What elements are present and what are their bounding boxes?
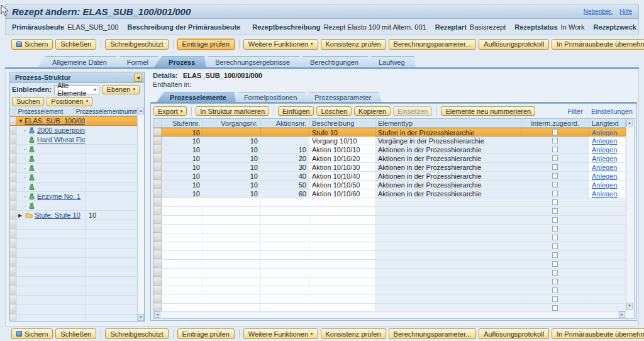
collapse-panel-button[interactable]: ◄ — [134, 74, 142, 82]
tree-item-link[interactable]: Enzyme No. 1 — [37, 192, 80, 201]
filter-link[interactable]: Filter — [567, 108, 582, 115]
empty-cell[interactable] — [261, 225, 309, 233]
anlegen-link[interactable]: Anlegen — [592, 129, 617, 136]
tab-berechtigungen[interactable]: Berechtigungen — [296, 56, 369, 67]
empty-cell[interactable] — [309, 216, 375, 224]
empty-cell[interactable] — [261, 295, 309, 303]
tree-cell-number[interactable] — [86, 230, 137, 238]
empty-cell[interactable] — [375, 242, 521, 250]
interm-checkbox[interactable] — [552, 288, 558, 293]
elemente-neu-nummerieren-button[interactable]: Elemente neu nummerieren — [441, 106, 535, 116]
tree-cell-number[interactable] — [86, 239, 137, 248]
empty-cell[interactable] — [375, 269, 521, 277]
cell-aktionsnr[interactable]: 30 — [261, 163, 309, 171]
empty-cell[interactable] — [521, 225, 589, 233]
empty-cell[interactable] — [589, 260, 626, 268]
tree-cell-number[interactable] — [86, 201, 137, 210]
empty-cell[interactable] — [521, 251, 589, 259]
cell-stufennr[interactable]: 10 — [162, 137, 203, 145]
empty-cell[interactable] — [309, 269, 375, 277]
cell-langtext[interactable]: Anlegen — [589, 189, 626, 198]
interm-checkbox[interactable] — [552, 191, 558, 196]
tree-cell-number[interactable] — [86, 145, 137, 154]
row-selector[interactable] — [153, 225, 162, 233]
row-selector[interactable] — [10, 277, 16, 286]
empty-cell[interactable] — [203, 198, 261, 206]
empty-cell[interactable] — [162, 242, 203, 250]
hilfe-link[interactable]: Hilfe — [619, 8, 632, 15]
interm-checkbox[interactable] — [552, 270, 558, 276]
empty-cell[interactable] — [589, 277, 626, 286]
weitere-funktionen-button[interactable]: Weitere Funktionen▾ — [243, 328, 318, 339]
einblenden-select[interactable]: Alle Elemente ▼ — [54, 85, 99, 94]
empty-cell[interactable] — [521, 216, 589, 224]
empty-cell[interactable] — [261, 233, 309, 242]
nebenber-link[interactable]: Nebenber. — [584, 8, 613, 15]
empty-cell[interactable] — [375, 260, 521, 268]
cell-beschreibung[interactable]: Aktion 10/10/30 — [309, 163, 375, 171]
row-selector[interactable] — [10, 258, 16, 267]
empty-cell[interactable] — [162, 216, 203, 224]
empty-cell[interactable] — [309, 207, 375, 215]
einstellungen-link[interactable]: Einstellungen — [591, 108, 633, 115]
cell-stufennr[interactable]: 10 — [162, 128, 203, 136]
empty-cell[interactable] — [162, 225, 203, 233]
einf-gen-button[interactable]: Einfügen — [278, 106, 314, 116]
interm-checkbox[interactable] — [552, 261, 558, 267]
scroll-down-icon[interactable]: ▼ — [138, 314, 144, 321]
cell-stufennr[interactable]: 10 — [162, 181, 203, 189]
tree-cell-number[interactable] — [86, 249, 137, 257]
cell-beschreibung[interactable]: Aktion 10/10/40 — [309, 172, 375, 180]
empty-cell[interactable] — [162, 286, 203, 294]
row-selector[interactable] — [153, 207, 162, 215]
empty-cell[interactable] — [162, 295, 203, 303]
tree-cell-element[interactable] — [16, 249, 86, 257]
cell-stufennr[interactable]: 10 — [162, 172, 203, 180]
tree-cell-number[interactable] — [86, 182, 137, 191]
cell-aktionsnr[interactable]: 60 — [261, 189, 309, 198]
interm-checkbox[interactable] — [552, 199, 558, 205]
cell-beschreibung[interactable]: Aktion 10/10/60 — [309, 189, 375, 198]
empty-cell[interactable] — [203, 233, 261, 242]
row-selector[interactable] — [10, 145, 16, 154]
row-selector[interactable] — [153, 251, 162, 259]
tree-cell-number[interactable] — [86, 315, 137, 321]
ebenen-button[interactable]: Ebenen ▾ — [103, 85, 140, 94]
row-selector[interactable] — [10, 173, 16, 182]
row-selector[interactable] — [153, 154, 162, 162]
row-selector[interactable] — [10, 230, 16, 238]
interm-checkbox[interactable] — [552, 164, 558, 170]
tree-cell-element[interactable]: · — [16, 154, 86, 163]
scroll-up-icon[interactable]: ▲ — [138, 108, 144, 115]
empty-cell[interactable] — [203, 269, 261, 277]
schreibgesch-tzt-button[interactable]: Schreibgeschützt — [105, 39, 168, 50]
cell-elementtyp[interactable]: Vorgänge in der Prozesshierarchie — [375, 137, 521, 145]
tree-cell-element[interactable] — [16, 230, 86, 238]
tree-cell-element[interactable]: ·2000 superpoints — [16, 126, 86, 135]
empty-cell[interactable] — [162, 233, 203, 242]
tree-cell-element[interactable]: · — [16, 182, 86, 191]
empty-cell[interactable] — [261, 251, 309, 259]
empty-cell[interactable] — [261, 242, 309, 250]
interm-checkbox[interactable] — [552, 155, 558, 161]
cell-langtext[interactable]: Anlegen — [589, 163, 626, 171]
empty-cell[interactable] — [521, 198, 589, 206]
aufl-sungsprotokoll-button[interactable]: Auflösungsprotokoll — [479, 328, 549, 339]
interm-checkbox[interactable] — [552, 226, 558, 232]
tree-cell-number[interactable] — [86, 173, 137, 182]
tree-cell-element[interactable]: ·Enzyme No. 1 — [16, 192, 86, 201]
empty-cell[interactable] — [521, 242, 589, 250]
cell-beschreibung[interactable]: Stufe 10 — [309, 128, 375, 136]
horizontal-scrollbar[interactable]: ◄ ► — [153, 311, 626, 318]
tree-cell-element[interactable]: ·Hard Wheat Flour — [16, 135, 86, 144]
empty-cell[interactable] — [521, 233, 589, 242]
cell-vorgangsnr[interactable]: 10 — [203, 181, 261, 189]
empty-cell[interactable] — [589, 225, 626, 233]
suchen-button[interactable]: Suchen — [12, 97, 44, 106]
tab-prozesselemente[interactable]: Prozesselemente — [157, 92, 236, 102]
tree-cell-element[interactable] — [16, 239, 86, 248]
empty-cell[interactable] — [203, 216, 261, 224]
empty-cell[interactable] — [521, 269, 589, 277]
empty-cell[interactable] — [261, 260, 309, 268]
cell-langtext[interactable]: Anlegen — [589, 128, 626, 136]
